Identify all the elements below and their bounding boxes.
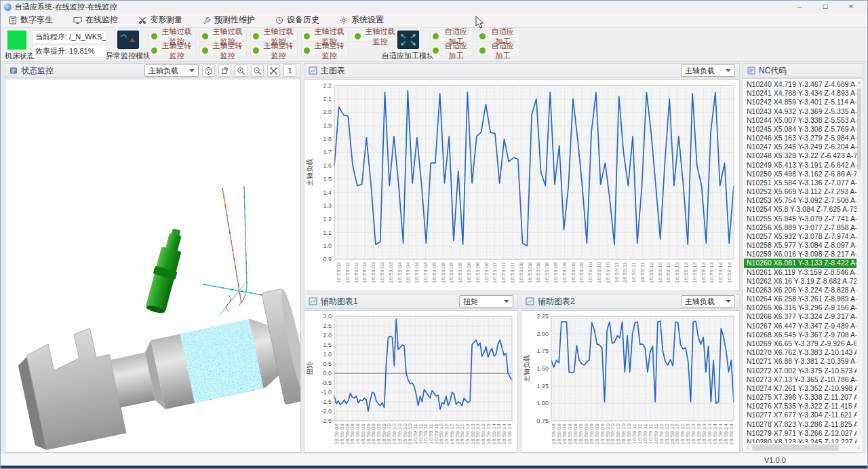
nc-code-line[interactable]: N10241 X4.788 Y-3.434 Z-4.893 A-76.062	[744, 89, 856, 98]
nc-code-line[interactable]: N10243 X4.932 Y-3.369 Z-5.335 A-75.523	[744, 107, 856, 116]
spindle-idle-monitor-button[interactable]: 主轴空转监控	[301, 45, 349, 56]
nc-code-line[interactable]: N10255 X5.845 Y-3.079 Z-7.741 A-73.458	[744, 214, 856, 223]
nc-code-line[interactable]: N10252 X5.669 Y-3.112 Z-7.293 A-73.844	[744, 187, 856, 196]
nc-code-line[interactable]: N10254 X5.8 Y-3.084 Z-7.625 A-73.571 C	[744, 205, 856, 214]
menu-device-history[interactable]: 设备历史	[275, 14, 319, 26]
anomaly-module-icon[interactable]	[117, 31, 139, 49]
nc-code-line[interactable]: N10246 X5.163 Y-3.279 Z-5.984 A-74.892	[744, 134, 856, 143]
nc-code-line[interactable]: N10257 X5.932 Y-3.078 Z-7.974 A-73.243	[744, 232, 856, 241]
nc-code-line[interactable]: N10249 X5.413 Y-3.191 Z-6.642 A-74.346	[744, 161, 856, 170]
aux-chart1-signal-dropdown[interactable]: 扭矩	[459, 295, 513, 307]
main-chart-signal-dropdown[interactable]: 主轴负载	[681, 64, 735, 77]
nc-code-line[interactable]: N10247 X5.245 Y-3.249 Z-6.204 A-74.701	[744, 143, 856, 151]
nc-code-line[interactable]: N10276 X7.535 Y-3.322 Z-11.415 A-65.22	[744, 402, 856, 411]
svg-text:1.0: 1.0	[323, 351, 332, 358]
model-viewport[interactable]	[5, 79, 301, 453]
nc-code-line[interactable]: N10259 X6.016 Y-3.098 Z-8.217 A-73.036	[744, 250, 856, 259]
nc-code-line[interactable]: N10274 X7.261 Y-3.352 Z-10.998 A-66.67	[744, 384, 856, 393]
main-chart-canvas[interactable]: 0.91.01.11.21.31.41.51.61.71.81.92.02.12…	[304, 79, 740, 291]
svg-text:16:59:07: 16:59:07	[500, 261, 507, 283]
nc-code-line[interactable]: N10263 X6.206 Y-3.224 Z-8.828 A-72.33 C	[744, 286, 856, 295]
scrollbar-thumb[interactable]	[857, 88, 861, 170]
nc-horizontal-scrollbar[interactable]: ‹ ›	[744, 444, 862, 451]
aux-chart1-canvas[interactable]: -2.5-2.0-1.5-1.0-0.50.00.51.01.52.02.53.…	[304, 310, 518, 453]
aux-chart2-title: 辅助图表2	[538, 296, 575, 307]
nc-code-line[interactable]: N10244 X5.007 Y-3.338 Z-5.553 A-75.297	[744, 116, 856, 125]
scroll-up-icon[interactable]: ˄	[856, 80, 862, 87]
nc-code-line[interactable]: N10242 X4.859 Y-3.401 Z-5.114 A-75.775	[744, 98, 856, 107]
app-icon	[4, 3, 12, 11]
svg-text:16:59:08: 16:59:08	[544, 261, 550, 283]
aux-chart2-signal-dropdown[interactable]: 主轴负载	[681, 295, 735, 307]
nc-code-line[interactable]: N10262 X6.16 Y-3.19 Z-8.682 A-72.534 C	[744, 277, 856, 286]
nc-code-line[interactable]: N10253 X5.754 Y-3.092 Z-7.508 A-73.677	[744, 196, 856, 205]
nc-code-line[interactable]: N10279 X7.971 Y-3.266 Z-12.027 A-62.98	[744, 429, 856, 438]
spindle-idle-monitor-button[interactable]: 主轴空转监控	[250, 45, 298, 56]
svg-text:16:59:14: 16:59:14	[709, 261, 715, 283]
svg-text:2.1: 2.1	[323, 96, 332, 102]
fit-view-button[interactable]	[267, 64, 280, 77]
nc-code-line[interactable]: N10258 X5.977 Y-3.084 Z-8.097 A-73.138	[744, 241, 856, 250]
close-button[interactable]: ×	[838, 1, 864, 13]
palette-button[interactable]	[202, 64, 215, 77]
nc-code-line[interactable]: N10268 X6.545 Y-3.367 Z-9.708 A-70.519	[744, 331, 856, 339]
nc-code-line[interactable]: N10265 X6.316 Y-3.296 Z-9.156 A-71.771	[744, 303, 856, 312]
expand-arrows-icon	[269, 67, 278, 75]
nc-vertical-scrollbar[interactable]: ˄	[856, 80, 862, 443]
palette-icon	[204, 67, 213, 75]
nc-code-line[interactable]: N10278 X7.823 Y-3.286 Z-11.825 A-63.73	[744, 420, 856, 429]
menu-system-settings[interactable]: 系统设置	[340, 14, 384, 26]
zoom-out-button[interactable]	[251, 64, 264, 77]
nc-code-line[interactable]: N10264 X6.258 Y-3.261 Z-8.989 A-72.072	[744, 295, 856, 303]
nc-code-line[interactable]: N10275 X7.396 Y-3.338 Z-11.207 A-65.95	[744, 393, 856, 402]
nc-code-line[interactable]: N10261 X6.119 Y-3.159 Z-8.546 A-72.701	[744, 268, 856, 277]
svg-text:0.5: 0.5	[323, 360, 332, 367]
nc-code-line[interactable]: N10270 X6.762 Y-3.383 Z-10.143 A-69.34	[744, 348, 856, 357]
svg-text:16:59:12: 16:59:12	[674, 261, 680, 283]
nc-code-line[interactable]: N10272 X7.002 Y-3.375 Z-10.573 A-68.05	[744, 367, 856, 375]
nc-code-line[interactable]: N10240 X4.719 Y-3.467 Z-4.669 A-76.396	[744, 80, 856, 89]
svg-text:16:59:02: 16:59:02	[353, 261, 359, 283]
menu-predictive-maintenance[interactable]: 预测性维护	[203, 14, 255, 26]
status-signal-dropdown[interactable]: 主轴负载	[144, 64, 199, 77]
nc-code-line[interactable]: N10251 X5.584 Y-3.136 Z-7.077 A-74.012	[744, 179, 856, 187]
svg-text:2.2: 2.2	[323, 82, 332, 89]
maximize-button[interactable]: □	[812, 1, 838, 13]
scroll-right-icon[interactable]: ›	[854, 445, 862, 451]
scroll-left-icon[interactable]: ‹	[744, 445, 751, 451]
nc-code-line[interactable]: N10245 X5.084 Y-3.308 Z-5.769 A-75.088	[744, 125, 856, 134]
menu-digital-twin[interactable]: 数字孪生	[9, 14, 53, 26]
nc-code-line[interactable]: N10256 X5.889 Y-3.077 Z-7.858 A-73.348	[744, 223, 856, 232]
nc-code-line[interactable]: N10248 X5.328 Y-3.22 Z-6.423 A-74.52 C	[744, 151, 856, 160]
scrollbar-thumb[interactable]	[752, 445, 839, 451]
minimize-button[interactable]: –	[787, 1, 812, 13]
svg-text:16:59:09: 16:59:09	[570, 261, 576, 283]
rotate-view-button[interactable]	[218, 64, 231, 77]
adaptive-machining-button[interactable]: 自适应加工	[477, 45, 520, 56]
nc-code-line[interactable]: N10269 X6.65 Y-3.379 Z-9.926 A-69.947 C	[744, 339, 856, 348]
svg-text:16:59:10: 16:59:10	[587, 261, 593, 283]
nc-code-line[interactable]: N10280 X8.123 Y-3.245 Z-12.227 A-62.23	[744, 438, 856, 443]
spindle-overload-monitor-button[interactable]: 主轴过载监控	[352, 31, 399, 42]
adaptive-module-icon[interactable]	[397, 31, 419, 49]
nc-code-line[interactable]: N10267 X6.447 Y-3.347 Z-9.489 A-71.055	[744, 322, 856, 331]
aux-chart2-canvas[interactable]: 0.751.001.251.501.752.002.2516:59:0816:5…	[521, 310, 740, 453]
spindle-idle-monitor-button[interactable]: 主轴空转监控	[199, 45, 247, 56]
page-number-indicator[interactable]: 1	[283, 64, 296, 77]
menu-deformation-measure[interactable]: 变形测量	[138, 14, 182, 26]
nc-code-line[interactable]: N10250 X5.498 Y-3.162 Z-6.86 A-74.178 C	[744, 170, 856, 179]
nc-code-line[interactable]: N10273 X7.13 Y-3.365 Z-10.786 A-67.372	[744, 375, 856, 384]
nc-code-line[interactable]: N10260 X6.081 Y-3.133 Z-8.422 A-72.835	[744, 259, 856, 267]
adaptive-machining-button[interactable]: 自适应加工	[430, 45, 473, 56]
zoom-in-button[interactable]	[235, 64, 248, 77]
nc-code-line[interactable]: N10271 X6.88 Y-3.381 Z-10.359 A-68.711	[744, 357, 856, 366]
spindle-idle-monitor-button[interactable]: 主轴空转监控	[149, 45, 196, 56]
svg-text:-1.5: -1.5	[321, 398, 332, 405]
nc-code-line[interactable]: N10277 X7.677 Y-3.304 Z-11.621 A-64.48	[744, 411, 856, 419]
svg-text:16:59:05: 16:59:05	[431, 261, 437, 283]
svg-text:0.0: 0.0	[323, 370, 332, 377]
menu-online-monitoring[interactable]: 在线监控	[73, 14, 118, 26]
svg-text:2.5: 2.5	[323, 322, 332, 329]
chevron-down-icon	[189, 69, 195, 72]
nc-code-line[interactable]: N10266 X6.377 Y-3.324 Z-9.317 A-71.443	[744, 312, 856, 321]
